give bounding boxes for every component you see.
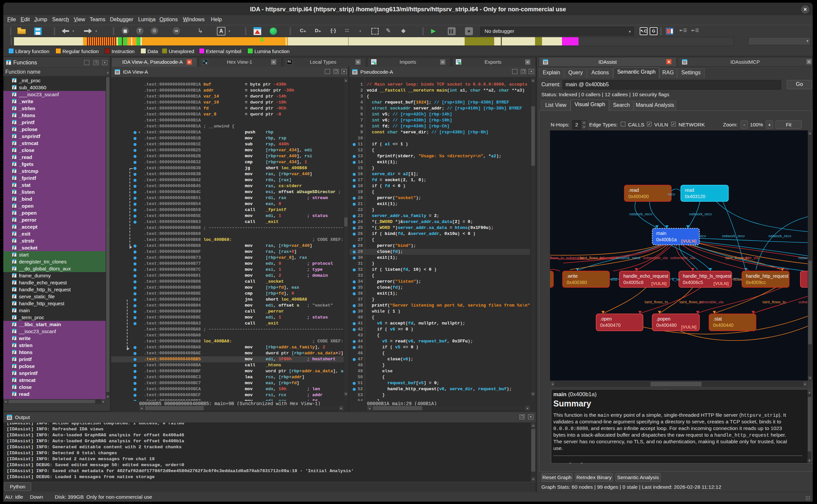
svg-text:flows: flows <box>733 277 742 281</box>
svg-text:read: read <box>685 187 694 193</box>
svg-text:recv: recv <box>699 234 706 238</box>
svg-text:0x400b1a: 0x400b1a <box>656 237 677 242</box>
svg-text:main: main <box>656 231 666 236</box>
svg-text:.write: .write <box>566 273 578 279</box>
svg-text:network_recv: network_recv <box>689 212 712 216</box>
svg-text:erable_via: erable_via <box>741 256 759 260</box>
svg-text:network_recv: network_recv <box>630 212 652 216</box>
svg-text:k_se: k_se <box>672 277 680 281</box>
svg-text:0x400480: 0x400480 <box>656 323 677 328</box>
svg-text:0x400400: 0x400400 <box>629 194 649 199</box>
svg-text:network_send: network_send <box>617 256 640 260</box>
svg-text:taint_flows_to: taint_flows_to <box>763 300 786 304</box>
svg-text:[VULN]: [VULN] <box>681 324 697 329</box>
svg-text:handle_http_ls_request: handle_http_ls_request <box>683 273 731 279</box>
svg-text:0x403120: 0x403120 <box>685 194 706 199</box>
svg-text:0x400440: 0x400440 <box>713 323 734 328</box>
svg-text:0x4009cc: 0x4009cc <box>746 280 766 285</box>
svg-text:vulnerable_via: vulnerable_via <box>643 256 668 260</box>
svg-text:vulnerable_via: vulnerable_via <box>699 300 724 304</box>
svg-text:flows_to: flows_to <box>550 256 564 260</box>
svg-text:end: end <box>611 277 617 281</box>
svg-text:0x4006c5: 0x4006c5 <box>683 280 703 285</box>
svg-text:.stat: .stat <box>713 316 722 322</box>
svg-text:0x4005c6: 0x4005c6 <box>624 280 644 285</box>
svg-text:handle_echo_request: handle_echo_request <box>624 273 668 279</box>
svg-text:handle_http_request: handle_http_request <box>746 273 788 279</box>
svg-text:network: network <box>798 256 808 260</box>
svg-text:network_recv: network_recv <box>722 234 745 238</box>
svg-text:.read: .read <box>629 187 639 193</box>
svg-text:taint_flows_to: taint_flows_to <box>645 300 668 304</box>
svg-text:0x400380: 0x400380 <box>566 280 587 285</box>
svg-text:[VULN]: [VULN] <box>651 281 667 286</box>
svg-text:recv: recv <box>668 192 675 196</box>
svg-text:[VULN]: [VULN] <box>713 281 729 286</box>
svg-text:[VULN]: [VULN] <box>681 239 697 244</box>
svg-text:network_recv: network_recv <box>769 234 791 238</box>
svg-text:vulnerable_via: vulnerable_via <box>670 256 695 260</box>
svg-text:0x400470: 0x400470 <box>600 323 621 328</box>
svg-text:vulnerabl: vulnerabl <box>798 300 808 304</box>
svg-text:vulnerable: vulnerable <box>599 256 617 260</box>
svg-text:.popen: .popen <box>656 316 671 322</box>
svg-text:.open: .open <box>600 316 612 322</box>
